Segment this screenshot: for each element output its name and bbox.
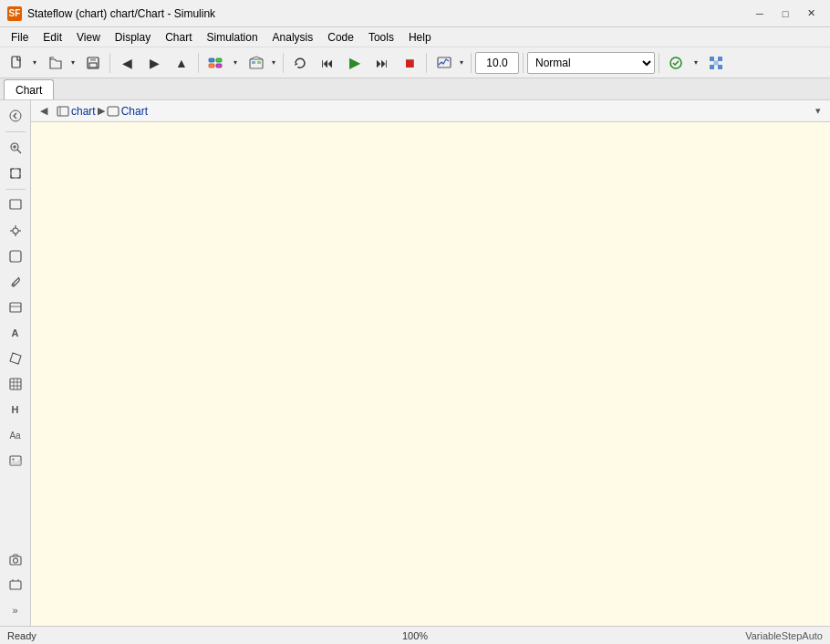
- svg-point-20: [10, 110, 21, 121]
- status-solver: VariableStepAuto: [745, 630, 823, 641]
- open-button[interactable]: [42, 51, 67, 75]
- separator-3: [283, 53, 284, 73]
- library-group: ▾: [243, 51, 279, 75]
- menu-item-help[interactable]: Help: [401, 29, 439, 46]
- separator-7: [659, 53, 659, 73]
- screenshot-button[interactable]: [4, 573, 27, 597]
- menu-item-view[interactable]: View: [69, 29, 108, 46]
- breadcrumb-subchart[interactable]: Chart: [107, 105, 148, 118]
- breadcrumb-subchart-label: Chart: [121, 105, 148, 118]
- new-button[interactable]: [4, 51, 29, 75]
- function-button[interactable]: [4, 296, 27, 319]
- scope-dropdown[interactable]: ▾: [456, 51, 467, 75]
- svg-rect-5: [216, 58, 222, 62]
- canvas-area[interactable]: [31, 122, 830, 626]
- run-button[interactable]: ▶: [342, 51, 368, 75]
- history-button[interactable]: H: [4, 398, 27, 421]
- pan-button[interactable]: [4, 219, 27, 243]
- stop-back-button[interactable]: ⏮: [315, 51, 340, 75]
- forward-button[interactable]: ▶: [141, 51, 167, 75]
- image-button[interactable]: [4, 449, 27, 473]
- status-ready: Ready: [7, 630, 36, 641]
- sim-time-input[interactable]: [475, 52, 519, 74]
- toolbar: ▾ ▾ ◀ ▶ ▲ ▾ ▾ ⏮ ▶ ⏭ ⏹ ▾: [0, 47, 830, 78]
- svg-line-22: [17, 150, 21, 153]
- menu-item-file[interactable]: File: [4, 29, 36, 46]
- menu-item-display[interactable]: Display: [108, 29, 158, 46]
- step-button[interactable]: ⏭: [369, 51, 395, 75]
- separator-1: [109, 53, 110, 73]
- close-button[interactable]: ✕: [799, 5, 823, 23]
- window-controls[interactable]: ─ □ ✕: [748, 5, 823, 23]
- solver-dropdown[interactable]: NormalAcceleratorRapid AcceleratorSoftwa…: [527, 52, 655, 74]
- svg-rect-9: [252, 61, 255, 64]
- erase-button[interactable]: [4, 347, 27, 370]
- sidebar-sep-2: [5, 189, 26, 190]
- svg-rect-3: [89, 63, 97, 68]
- menu-item-code[interactable]: Code: [320, 29, 361, 46]
- menu-item-analysis[interactable]: Analysis: [265, 29, 321, 46]
- open-dropdown[interactable]: ▾: [67, 51, 78, 75]
- open-group: ▾: [42, 51, 78, 75]
- up-button[interactable]: ▲: [169, 51, 194, 75]
- svg-rect-46: [10, 581, 21, 589]
- sidebar-sep-1: [5, 131, 26, 132]
- model-config-dropdown[interactable]: ▾: [230, 51, 241, 75]
- breadcrumb-separator: ▶: [98, 105, 105, 117]
- sidebar: A H Aa »: [0, 100, 31, 626]
- svg-rect-44: [10, 556, 21, 565]
- svg-rect-6: [209, 64, 214, 68]
- menu-item-simulation[interactable]: Simulation: [200, 29, 265, 46]
- chart-tab[interactable]: Chart: [4, 79, 54, 99]
- back-button[interactable]: ◀: [114, 51, 140, 75]
- breadcrumb-chart-label: chart: [71, 105, 96, 118]
- main-area: A H Aa » ◀: [0, 100, 830, 626]
- camera2-button[interactable]: [4, 547, 27, 571]
- state-button[interactable]: [4, 244, 27, 268]
- svg-rect-34: [10, 303, 21, 312]
- separator-2: [198, 53, 199, 73]
- svg-marker-36: [10, 353, 21, 364]
- svg-point-43: [12, 458, 14, 460]
- addr-back-button[interactable]: ◀: [35, 103, 53, 119]
- scope-button[interactable]: [431, 51, 456, 75]
- text-button[interactable]: A: [4, 321, 27, 345]
- menu-item-chart[interactable]: Chart: [158, 29, 199, 46]
- reset-button[interactable]: [287, 51, 313, 75]
- library-dropdown[interactable]: ▾: [268, 51, 279, 75]
- maximize-button[interactable]: □: [773, 5, 797, 23]
- more-tools-button[interactable]: »: [4, 598, 27, 622]
- separator-5: [471, 53, 472, 73]
- title-text: Stateflow (chart) chart/Chart - Simulink: [27, 7, 215, 20]
- new-dropdown[interactable]: ▾: [29, 51, 40, 75]
- svg-rect-32: [10, 251, 21, 262]
- svg-rect-19: [714, 60, 719, 65]
- fit-button[interactable]: [4, 161, 27, 185]
- apps-button[interactable]: [703, 51, 729, 75]
- tool-icon[interactable]: [4, 270, 27, 294]
- annotation-button[interactable]: Aa: [4, 423, 27, 447]
- breadcrumb-chart[interactable]: chart: [57, 105, 96, 118]
- address-expand-button[interactable]: ▾: [810, 103, 826, 119]
- diagnostic-button[interactable]: [663, 51, 689, 75]
- minimize-button[interactable]: ─: [748, 5, 772, 23]
- model-config-button[interactable]: [202, 51, 228, 75]
- table-button[interactable]: [4, 372, 27, 396]
- sidebar-back-button[interactable]: [4, 104, 27, 128]
- stop-button[interactable]: ⏹: [397, 51, 422, 75]
- menu-item-tools[interactable]: Tools: [361, 29, 401, 46]
- save-button[interactable]: [80, 51, 106, 75]
- svg-rect-10: [257, 61, 261, 64]
- svg-point-45: [13, 558, 17, 563]
- svg-rect-37: [10, 379, 21, 390]
- zoom-in-button[interactable]: [4, 136, 27, 160]
- new-open-group: ▾: [4, 51, 40, 75]
- svg-rect-2: [90, 57, 96, 61]
- diagnostic-dropdown[interactable]: ▾: [690, 51, 701, 75]
- menu-bar: FileEditViewDisplayChartSimulationAnalys…: [0, 27, 830, 47]
- svg-rect-18: [718, 65, 722, 69]
- menu-item-edit[interactable]: Edit: [36, 29, 69, 46]
- select-button[interactable]: [4, 193, 27, 217]
- svg-rect-25: [11, 169, 20, 178]
- library-button[interactable]: [243, 51, 268, 75]
